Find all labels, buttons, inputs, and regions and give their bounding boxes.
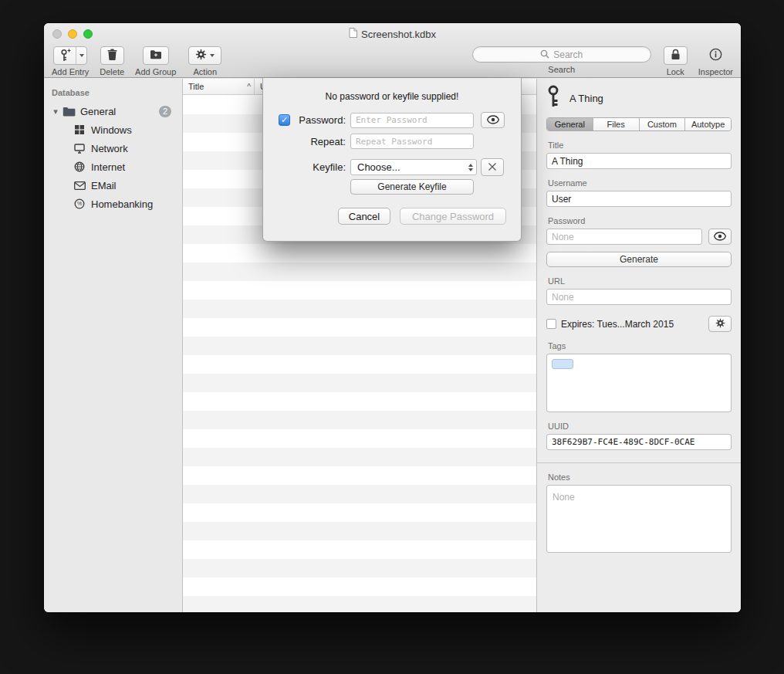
notes-field[interactable]: None — [546, 485, 732, 553]
notes-placeholder: None — [553, 492, 575, 503]
inspector-header: A Thing — [546, 86, 732, 110]
action-button[interactable] — [188, 46, 221, 65]
toolbar: Add Entry Delete Add Group — [52, 46, 733, 76]
clear-keyfile-button[interactable] — [481, 158, 504, 176]
sidebar-item-homebanking[interactable]: % Homebanking — [44, 195, 182, 213]
add-entry-button[interactable] — [53, 46, 87, 65]
reveal-password-button[interactable] — [708, 229, 732, 245]
tab-general[interactable]: General — [547, 118, 593, 130]
password-field-label: Password — [548, 216, 732, 225]
sidebar-item-email[interactable]: EMail — [44, 176, 182, 195]
globe-icon — [72, 161, 87, 172]
delete-toolbar-item: Delete — [100, 46, 124, 76]
add-group-button[interactable] — [143, 46, 169, 65]
envelope-icon — [72, 181, 87, 190]
uuid-field[interactable] — [546, 434, 732, 450]
sidebar-item-label: General — [80, 106, 116, 117]
sidebar-item-internet[interactable]: Internet — [44, 157, 182, 176]
search-icon — [540, 48, 549, 62]
document-icon — [349, 28, 357, 40]
sidebar-item-network[interactable]: Network — [44, 139, 182, 157]
eye-icon — [487, 113, 499, 127]
window-chrome: Screenshot.kdbx Add Entry — [44, 23, 741, 78]
expires-row: Expires: Tues...March 2015 — [546, 316, 732, 332]
inspector-label: Inspector — [698, 67, 733, 76]
grid-icon — [72, 124, 87, 135]
notes-label: Notes — [548, 472, 732, 482]
tag-token[interactable] — [552, 359, 573, 369]
sidebar-item-label: Network — [91, 143, 128, 154]
lock-label: Lock — [667, 67, 684, 76]
entry-title: A Thing — [569, 93, 603, 104]
change-password-button[interactable]: Change Password — [400, 208, 506, 225]
uuid-label: UUID — [548, 422, 732, 431]
add-entry-dropdown[interactable] — [76, 47, 86, 64]
dialog-message: No password or keyfile supplied! — [263, 91, 521, 102]
inspector-toolbar-item: Inspector — [698, 46, 733, 76]
inspector-button[interactable] — [709, 46, 722, 65]
generate-keyfile-button[interactable]: Generate Keyfile — [350, 179, 474, 195]
repeat-row: Repeat: — [279, 134, 474, 149]
url-field-label: URL — [548, 276, 732, 286]
sidebar-item-general[interactable]: ▾ General 2 — [44, 102, 182, 120]
titlebar: Screenshot.kdbx — [44, 28, 741, 40]
folder-plus-icon — [150, 49, 162, 63]
keyfile-dropdown[interactable]: Choose... — [350, 159, 477, 175]
divider — [537, 462, 741, 463]
trash-icon — [107, 49, 117, 63]
tags-field[interactable] — [546, 354, 732, 412]
gear-icon — [715, 317, 725, 331]
change-password-dialog: No password or keyfile supplied! ✓ Passw… — [262, 78, 522, 242]
expires-checkbox[interactable] — [546, 319, 556, 329]
password-field[interactable] — [546, 229, 702, 245]
folder-icon — [61, 107, 76, 117]
search-input[interactable]: Search — [472, 46, 651, 63]
keyfile-dropdown-value: Choose... — [357, 161, 400, 173]
delete-label: Delete — [100, 67, 124, 76]
sidebar-item-label: Windows — [91, 124, 132, 136]
svg-text:%: % — [77, 201, 82, 206]
search-toolbar-item: Search Search — [472, 46, 651, 74]
sidebar-item-label: Homebanking — [91, 198, 153, 210]
action-toolbar-item: Action — [188, 46, 221, 76]
repeat-password-input[interactable] — [350, 134, 474, 149]
close-x-icon — [488, 161, 497, 174]
sort-ascending-icon: ^ — [247, 83, 251, 91]
disclosure-triangle-icon[interactable]: ▾ — [50, 107, 61, 117]
info-icon — [709, 48, 722, 64]
cancel-button[interactable]: Cancel — [338, 208, 390, 225]
sidebar: Database ▾ General 2 Windows Network — [44, 79, 183, 612]
action-label: Action — [194, 67, 218, 76]
inspector-tabs: General Files Custom Autotype — [546, 117, 732, 131]
title-field[interactable] — [546, 153, 732, 169]
username-field-label: Username — [548, 178, 732, 188]
repeat-label: Repeat: — [292, 136, 346, 147]
lock-button[interactable] — [664, 46, 688, 65]
password-checkbox[interactable]: ✓ — [279, 114, 290, 126]
tab-files[interactable]: Files — [593, 118, 640, 130]
column-header-title[interactable]: Title ^ — [183, 79, 255, 94]
eye-icon — [714, 230, 726, 244]
lock-icon — [671, 49, 681, 63]
coin-icon: % — [72, 198, 87, 209]
add-entry-toolbar-item: Add Entry — [52, 46, 89, 76]
entry-count-badge: 2 — [159, 106, 171, 117]
monitor-icon — [72, 144, 87, 154]
add-entry-label: Add Entry — [52, 67, 89, 76]
password-input[interactable] — [350, 113, 474, 128]
stepper-arrows-icon — [468, 164, 473, 171]
expires-label: Expires: Tues...March 2015 — [561, 319, 674, 330]
lock-toolbar-item: Lock — [664, 46, 688, 76]
sidebar-item-label: Internet — [91, 161, 125, 173]
delete-button[interactable] — [100, 46, 124, 65]
tab-custom[interactable]: Custom — [640, 118, 686, 130]
generate-password-button[interactable]: Generate — [546, 252, 732, 267]
tab-autotype[interactable]: Autotype — [685, 118, 731, 130]
keyfile-label: Keyfile: — [292, 161, 346, 173]
title-field-label: Title — [548, 141, 732, 150]
url-field[interactable] — [546, 289, 732, 305]
username-field[interactable] — [546, 191, 732, 207]
sidebar-item-windows[interactable]: Windows — [44, 120, 182, 139]
expires-settings-button[interactable] — [708, 316, 732, 332]
reveal-password-button[interactable] — [481, 112, 505, 128]
